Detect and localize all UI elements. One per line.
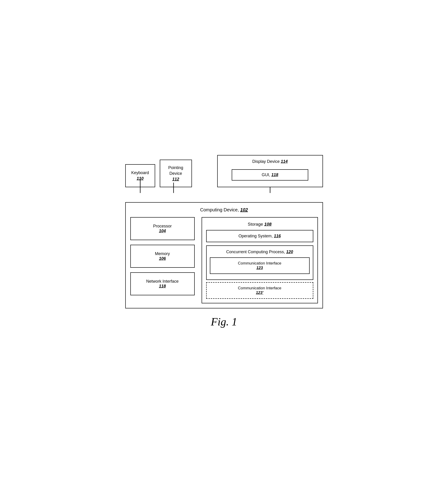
storage-label: Storage [248,222,263,227]
keyboard-box: Keyboard 110 [125,164,155,187]
processor-box: Processor 104 [130,217,195,240]
pointing-device-label: Pointing Device [164,165,187,176]
gui-label: GUI, [262,172,270,177]
comm-interface-dashed-box: Communication Interface 123' [206,282,313,299]
pointing-device-box: Pointing Device 112 [160,160,192,187]
comm-interface-solid-number: 123 [256,266,263,270]
network-interface-box: Network Interface 118 [130,272,195,295]
concurrent-number: 120 [286,250,293,254]
pointing-device-number: 112 [172,177,179,181]
connector-space [121,187,328,202]
display-device-label: Display Device [252,159,280,164]
computing-device-title: Computing Device, 102 [130,207,318,213]
gui-number: 118 [271,172,278,177]
memory-box: Memory 106 [130,245,195,268]
concurrent-box: Concurrent Computing Process, 120 Commun… [206,246,313,280]
computing-inner: Processor 104 Memory 106 Network Interfa… [130,217,318,303]
comm-interface-solid-box: Communication Interface 123 [210,257,310,274]
figure-caption: Fig. 1 [121,315,328,328]
os-label: Operating System, [238,234,273,238]
concurrent-label: Concurrent Computing Process, [226,250,285,254]
right-column: Storage 108 Operating System, 116 Concur… [202,217,318,303]
storage-number: 108 [264,222,272,227]
os-box: Operating System, 116 [206,230,313,242]
keyboard-number: 110 [136,176,144,181]
processor-label: Processor [135,224,190,229]
os-number: 116 [274,234,281,238]
gui-box: GUI, 118 [232,169,308,180]
comm-interface-solid-label: Communication Interface [214,261,306,266]
display-device-number: 114 [281,159,288,164]
top-row: Keyboard 110 Pointing Device 112 Display… [121,155,328,187]
network-interface-label: Network Interface [135,279,190,284]
keyboard-label: Keyboard [130,170,151,176]
comm-interface-dashed-label: Communication Interface [210,286,310,290]
top-left-devices: Keyboard 110 Pointing Device 112 [125,160,192,187]
diagram-container: Keyboard 110 Pointing Device 112 Display… [121,155,328,328]
computing-device-box: Computing Device, 102 Processor 104 Memo… [125,202,323,308]
processor-number: 104 [159,229,166,233]
display-device-box: Display Device 114 GUI, 118 [217,155,323,187]
memory-number: 106 [159,256,166,261]
network-interface-number: 118 [159,284,166,288]
left-column: Processor 104 Memory 106 Network Interfa… [130,217,195,303]
storage-box: Storage 108 Operating System, 116 Concur… [202,217,318,303]
comm-interface-dashed-number: 123' [256,290,263,295]
memory-label: Memory [135,251,190,256]
